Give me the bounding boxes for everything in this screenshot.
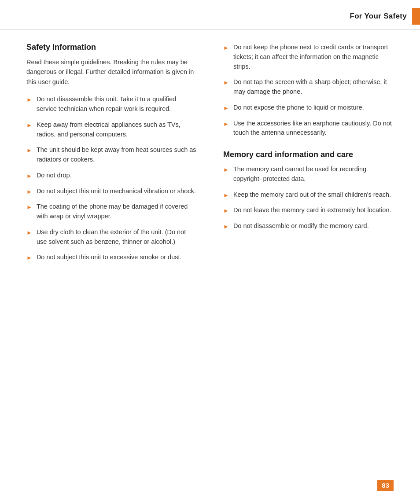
bullet-text: Keep away from electrical appliances suc… bbox=[37, 120, 197, 140]
list-item: ► Do not expose the phone to liquid or m… bbox=[223, 103, 394, 113]
bullet-arrow-icon: ► bbox=[26, 254, 32, 262]
bullet-arrow-icon: ► bbox=[26, 121, 32, 130]
right-column: ► Do not keep the phone next to credit c… bbox=[219, 43, 394, 269]
bullet-arrow-icon: ► bbox=[223, 44, 229, 52]
bullet-text: The unit should be kept away from heat s… bbox=[37, 145, 197, 165]
list-item: ► Do not subject this unit to excessive … bbox=[26, 253, 197, 262]
list-item: ► Use the accessories like an earphone c… bbox=[223, 119, 394, 138]
list-item: ► Do not subject this unit to mechanical… bbox=[26, 187, 197, 196]
bullet-arrow-icon: ► bbox=[223, 191, 229, 200]
bullet-arrow-icon: ► bbox=[223, 166, 229, 174]
safety-bullet-list: ► Do not disassemble this unit. Take it … bbox=[26, 95, 197, 262]
list-item: ► Do not disassemble this unit. Take it … bbox=[26, 95, 197, 114]
list-item: ► Do not keep the phone next to credit c… bbox=[223, 43, 394, 71]
header-title: For Your Safety bbox=[350, 12, 407, 21]
bullet-text: Do not subject this unit to mechanical v… bbox=[37, 187, 196, 196]
bullet-text: Do not keep the phone next to credit car… bbox=[233, 43, 394, 71]
bullet-arrow-icon: ► bbox=[26, 188, 32, 196]
bullet-arrow-icon: ► bbox=[223, 206, 229, 215]
list-item: ► Keep away from electrical appliances s… bbox=[26, 120, 197, 140]
bullet-text: Do not tap the screen with a sharp objec… bbox=[233, 77, 394, 97]
bullet-arrow-icon: ► bbox=[26, 96, 32, 104]
bullet-text: Do not expose the phone to liquid or moi… bbox=[233, 103, 364, 113]
memory-bullet-list: ► The memory card cannot be used for rec… bbox=[223, 165, 394, 231]
main-content: Safety Information Read these simple gui… bbox=[0, 43, 420, 269]
bullet-text: Do not subject this unit to excessive sm… bbox=[37, 253, 182, 262]
list-item: ► The memory card cannot be used for rec… bbox=[223, 165, 394, 184]
bullet-arrow-icon: ► bbox=[223, 222, 229, 231]
list-item: ► The unit should be kept away from heat… bbox=[26, 145, 197, 165]
safety-information-title: Safety Information bbox=[26, 43, 197, 52]
page-header: For Your Safety bbox=[0, 0, 420, 29]
bullet-text: Keep the memory card out of the small ch… bbox=[233, 190, 391, 200]
list-item: ► The coating of the phone may be damage… bbox=[26, 202, 197, 221]
bullet-arrow-icon: ► bbox=[223, 120, 229, 129]
bullet-text: Do not disassemble or modify the memory … bbox=[233, 221, 369, 231]
bullet-arrow-icon: ► bbox=[26, 203, 32, 212]
intro-paragraph: Read these simple guidelines. Breaking t… bbox=[26, 57, 197, 87]
list-item: ► Use dry cloth to clean the exterior of… bbox=[26, 228, 197, 247]
memory-card-title: Memory card information and care bbox=[223, 150, 394, 159]
bullet-arrow-icon: ► bbox=[223, 78, 229, 87]
bullet-arrow-icon: ► bbox=[26, 172, 32, 180]
list-item: ► Do not tap the screen with a sharp obj… bbox=[223, 77, 394, 97]
list-item: ► Do not drop. bbox=[26, 171, 197, 180]
bullet-arrow-icon: ► bbox=[26, 228, 32, 237]
bullet-text: Use the accessories like an earphone cau… bbox=[233, 119, 394, 138]
bullet-arrow-icon: ► bbox=[26, 146, 32, 155]
page-number: 83 bbox=[377, 480, 394, 491]
left-column: Safety Information Read these simple gui… bbox=[26, 43, 201, 269]
bullet-arrow-icon: ► bbox=[223, 104, 229, 113]
list-item: ► Do not leave the memory card in extrem… bbox=[223, 206, 394, 215]
bullet-text: Do not drop. bbox=[37, 171, 72, 180]
list-item: ► Keep the memory card out of the small … bbox=[223, 190, 394, 200]
header-accent-bar bbox=[412, 8, 420, 25]
bullet-text: The memory card cannot be used for recor… bbox=[233, 165, 394, 184]
list-item: ► Do not disassemble or modify the memor… bbox=[223, 221, 394, 231]
right-top-bullet-list: ► Do not keep the phone next to credit c… bbox=[223, 43, 394, 138]
bullet-text: Do not leave the memory card in extremel… bbox=[233, 206, 391, 215]
bullet-text: Use dry cloth to clean the exterior of t… bbox=[37, 228, 197, 247]
bullet-text: Do not disassemble this unit. Take it to… bbox=[37, 95, 197, 114]
bullet-text: The coating of the phone may be damaged … bbox=[37, 202, 197, 221]
